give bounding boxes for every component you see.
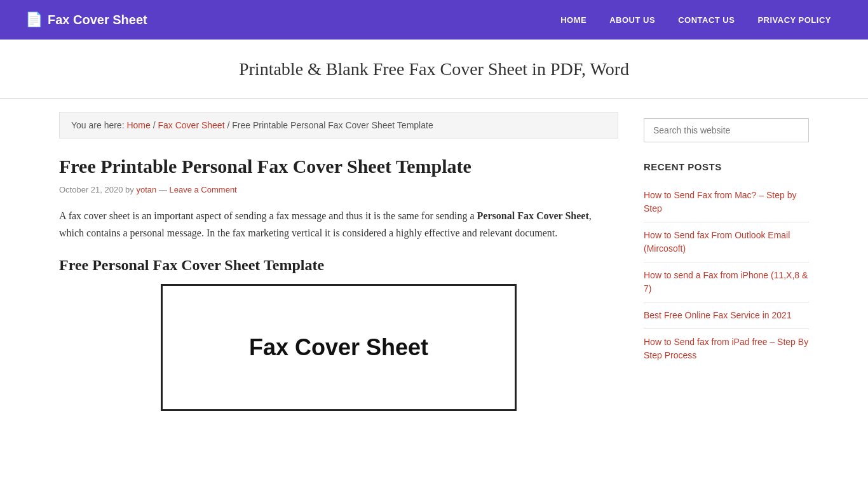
list-item: How to send a Fax from iPhone (11,X,8 & … [644,262,809,302]
article-date: October 21, 2020 [59,185,123,194]
breadcrumb-home[interactable]: Home [126,120,150,130]
recent-posts-heading: RECENT POSTS [644,161,809,172]
main-content: You are here: Home / Fax Cover Sheet / F… [59,112,618,411]
recent-posts: RECENT POSTS How to Send Fax from Mac? –… [644,161,809,369]
nav-contact[interactable]: CONTACT US [667,3,746,37]
article-meta: October 21, 2020 by yotan — Leave a Comm… [59,185,618,194]
intro-part1: A fax cover sheet is an important aspect… [59,210,477,221]
logo-icon: 📄 [25,11,43,28]
list-item: How to Send Fax from Mac? – Step by Step [644,182,809,222]
breadcrumb: You are here: Home / Fax Cover Sheet / F… [59,112,618,139]
search-input[interactable] [644,118,809,142]
breadcrumb-prefix: You are here: [71,120,126,130]
section-heading: Free Personal Fax Cover Sheet Template [59,257,618,274]
intro-bold: Personal Fax Cover Sheet [477,210,589,221]
nav-privacy[interactable]: PRIVACY POLICY [746,3,843,37]
article: Free Printable Personal Fax Cover Sheet … [59,154,618,411]
recent-post-link-3[interactable]: How to send a Fax from iPhone (11,X,8 & … [644,270,808,294]
recent-post-link-2[interactable]: How to Send fax From Outlook Email (Mirc… [644,230,790,254]
article-title: Free Printable Personal Fax Cover Sheet … [59,154,618,179]
logo-text: Fax Cover Sheet [48,13,147,27]
recent-post-link-1[interactable]: How to Send Fax from Mac? – Step by Step [644,190,796,214]
breadcrumb-current: Free Printable Personal Fax Cover Sheet … [232,120,433,130]
article-author[interactable]: yotan [136,185,156,194]
nav-about[interactable]: ABOUT US [598,3,667,37]
site-title-bar: Printable & Blank Free Fax Cover Sheet i… [0,39,868,99]
nav-home[interactable]: HOME [549,3,598,37]
recent-post-link-4[interactable]: Best Free Online Fax Service in 2021 [644,310,792,320]
search-box [644,118,809,142]
article-intro: A fax cover sheet is an important aspect… [59,207,618,241]
fax-cover-preview-text: Fax Cover Sheet [249,334,428,361]
article-comment-link[interactable]: Leave a Comment [170,185,237,194]
site-header: 📄 Fax Cover Sheet HOME ABOUT US CONTACT … [0,0,868,39]
article-dash: — [159,185,170,194]
recent-posts-list: How to Send Fax from Mac? – Step by Step… [644,182,809,369]
breadcrumb-middle[interactable]: Fax Cover Sheet [158,120,224,130]
fax-image-container: Fax Cover Sheet [59,284,618,411]
fax-cover-preview: Fax Cover Sheet [161,284,517,411]
list-item: How to Send fax from iPad free – Step By… [644,329,809,369]
list-item: Best Free Online Fax Service in 2021 [644,302,809,329]
content-wrapper: You are here: Home / Fax Cover Sheet / F… [34,99,834,437]
list-item: How to Send fax From Outlook Email (Mirc… [644,222,809,262]
site-logo[interactable]: 📄 Fax Cover Sheet [25,11,147,28]
site-title: Printable & Blank Free Fax Cover Sheet i… [13,59,855,79]
recent-post-link-5[interactable]: How to Send fax from iPad free – Step By… [644,337,808,360]
sidebar: RECENT POSTS How to Send Fax from Mac? –… [644,112,809,411]
article-by: by [125,185,136,194]
main-nav: HOME ABOUT US CONTACT US PRIVACY POLICY [549,3,843,37]
